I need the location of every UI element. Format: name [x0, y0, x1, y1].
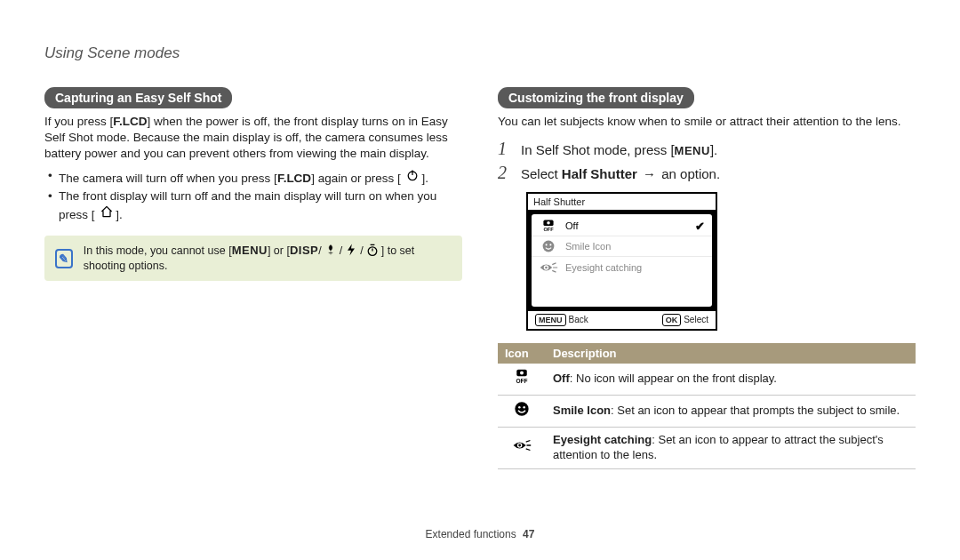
svg-text:OFF: OFF [516, 379, 527, 385]
svg-point-6 [547, 221, 550, 225]
left-heading-pill: Capturing an Easy Self Shot [44, 87, 232, 108]
cell-desc: Eyesight catching: Set an icon to appear… [546, 428, 916, 469]
ui-row-label: Eyesight catching [565, 262, 642, 273]
ui-row-eyesight: Eyesight catching [532, 256, 712, 278]
svg-point-20 [518, 444, 521, 447]
svg-point-14 [520, 372, 524, 375]
page-footer: Extended functions 47 [0, 528, 960, 540]
text: ] again or press [ [311, 172, 401, 185]
menu-chip: MENU [535, 314, 566, 326]
text: ]. [116, 208, 123, 221]
menu-label: MENU [232, 244, 268, 257]
svg-point-18 [523, 406, 525, 409]
step-2: 2 Select Half Shutter → an option. [498, 163, 916, 183]
ui-row-label: Smile Icon [565, 241, 611, 252]
left-intro: If you press [F.LCD] when the power is o… [44, 114, 462, 163]
svg-point-17 [518, 406, 521, 409]
text: ]. [710, 142, 717, 157]
table-row: Eyesight catching: Set an icon to appear… [498, 428, 916, 469]
left-column: Capturing an Easy Self Shot If you press… [44, 87, 462, 469]
cell-icon-smile [498, 396, 546, 428]
section-title: Using Scene modes [44, 44, 916, 62]
ui-back-label: Back [569, 315, 588, 324]
half-shutter-label: Half Shutter [562, 166, 637, 181]
svg-point-12 [545, 267, 548, 269]
cell-icon-off: OFF [498, 364, 546, 395]
step-1: 1 In Self Shot mode, press [MENU]. [498, 139, 916, 159]
step-number: 1 [498, 139, 512, 159]
macro-icon [322, 243, 340, 257]
off-icon: OFF [539, 219, 558, 233]
flash-icon [342, 243, 360, 257]
table-row: Smile Icon: Set an icon to appear that p… [498, 396, 916, 428]
svg-point-8 [543, 241, 555, 252]
text: : No icon will appear on the front displ… [570, 372, 777, 385]
ui-row-label: Off [565, 220, 578, 231]
ui-row-smile: Smile Icon [532, 236, 712, 256]
menu-label: MENU [675, 144, 710, 157]
text: If you press [ [44, 115, 113, 128]
smile-icon [512, 401, 532, 417]
disp-label: DISP [290, 244, 318, 257]
right-heading-pill: Customizing the front display [498, 87, 694, 108]
off-icon: OFF [512, 369, 532, 385]
page-number: 47 [523, 528, 534, 540]
text: In this mode, you cannot use [ [84, 244, 232, 257]
svg-point-16 [515, 402, 528, 415]
eye-icon [512, 437, 532, 453]
check-icon: ✔ [695, 220, 705, 233]
ui-row-off: OFF Off ✔ [532, 216, 712, 236]
note-callout: ✎ In this mode, you cannot use [MENU] or… [44, 236, 462, 281]
flcd-label: F.LCD [277, 172, 311, 185]
camera-menu-screenshot: Half Shutter OFF Off ✔ [526, 192, 717, 331]
text: ] or [ [268, 244, 290, 257]
bullet-2: The front display will turn off and the … [48, 188, 462, 223]
th-icon: Icon [498, 343, 546, 364]
arrow-icon: → [637, 166, 661, 181]
text: In Self Shot mode, press [ [521, 142, 675, 157]
bullet-1: The camera will turn off when you press … [48, 168, 462, 187]
table-row: OFF Off: No icon will appear on the fron… [498, 364, 916, 395]
home-icon [98, 204, 116, 219]
eye-icon [539, 260, 558, 276]
cell-desc: Off: No icon will appear on the front di… [546, 364, 916, 395]
icon-description-table: Icon Description OFF Off: No icon will a… [498, 343, 916, 469]
text: The camera will turn off when you press … [59, 172, 277, 185]
cell-desc: Smile Icon: Set an icon to appear that p… [546, 396, 916, 428]
cell-icon-eye [498, 428, 546, 469]
smile-icon [539, 239, 558, 253]
right-column: Customizing the front display You can le… [498, 87, 916, 469]
footer-label: Extended functions [426, 528, 516, 540]
ui-title: Half Shutter [528, 194, 716, 211]
note-text: In this mode, you cannot use [MENU] or [… [84, 243, 452, 274]
svg-point-9 [546, 244, 548, 246]
ui-back: MENUBack [535, 314, 588, 326]
ui-select: OKSelect [662, 314, 708, 326]
power-icon [404, 168, 421, 182]
text: Select [521, 166, 562, 181]
ui-select-label: Select [684, 315, 708, 324]
svg-text:OFF: OFF [543, 228, 554, 233]
flcd-label: F.LCD [113, 115, 147, 128]
note-icon: ✎ [55, 249, 73, 268]
text: : Set an icon to appear that prompts the… [611, 404, 900, 417]
text: an option. [661, 166, 720, 181]
text: ]. [421, 172, 428, 185]
svg-point-10 [549, 244, 551, 246]
ok-chip: OK [662, 314, 682, 326]
timer-icon [364, 243, 381, 257]
bold: Off [553, 372, 570, 385]
step-number: 2 [498, 163, 512, 183]
right-intro: You can let subjects know when to smile … [498, 114, 916, 130]
bold: Smile Icon [553, 404, 611, 417]
th-description: Description [546, 343, 916, 364]
bold: Eyesight catching [553, 433, 652, 446]
